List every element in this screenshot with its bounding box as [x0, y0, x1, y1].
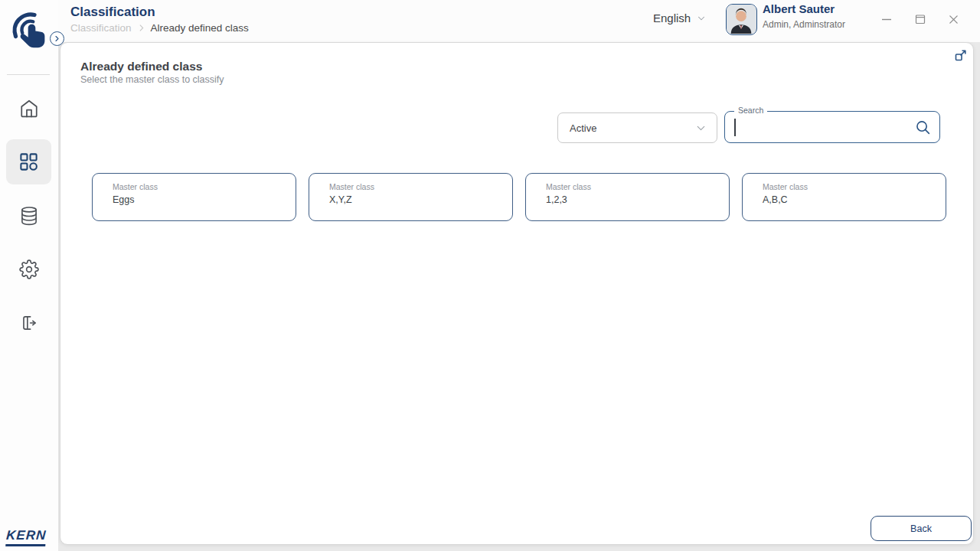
sidebar-item-settings[interactable] — [6, 246, 51, 292]
apps-grid-icon — [18, 152, 39, 172]
sidebar-divider — [7, 74, 50, 75]
breadcrumb-current: Already defined class — [151, 22, 249, 34]
chevron-down-icon — [694, 122, 717, 135]
master-class-label: Master class — [329, 182, 512, 191]
master-class-card-abc[interactable]: Master class A,B,C — [742, 173, 946, 221]
master-class-label: Master class — [763, 182, 946, 191]
master-class-list: Master class Eggs Master class X,Y,Z Mas… — [92, 173, 946, 221]
search-field: Search — [724, 111, 940, 143]
chevron-right-icon — [136, 23, 146, 33]
database-icon — [19, 206, 39, 226]
window-close-button[interactable] — [942, 9, 964, 29]
master-class-card-eggs[interactable]: Master class Eggs — [92, 173, 296, 221]
master-class-value: 1,2,3 — [546, 194, 729, 205]
master-class-value: A,B,C — [763, 194, 946, 205]
master-class-label: Master class — [546, 182, 729, 191]
sidebar: KERN — [0, 0, 58, 551]
kern-brand-logo: KERN — [5, 528, 47, 546]
expand-icon — [954, 48, 968, 62]
settings-gear-icon — [19, 259, 39, 279]
content-card: Already defined class Select the master … — [60, 42, 974, 545]
status-filter-value: Active — [558, 122, 694, 134]
back-button[interactable]: Back — [871, 516, 972, 541]
search-input[interactable] — [725, 112, 914, 142]
master-class-value: X,Y,Z — [329, 194, 512, 205]
search-icon[interactable] — [914, 119, 939, 136]
language-selector[interactable]: English — [653, 11, 707, 24]
search-field-label: Search — [734, 106, 767, 115]
language-value: English — [653, 11, 691, 24]
window-maximize-button[interactable] — [910, 9, 931, 29]
window-minimize-button[interactable] — [876, 9, 897, 29]
page-title: Classification — [70, 5, 155, 20]
sidebar-item-home[interactable] — [6, 86, 51, 131]
sidebar-item-database[interactable] — [6, 193, 51, 238]
app-window: KERN Classification Classification Alrea… — [0, 0, 980, 551]
text-caret — [734, 119, 736, 136]
section-subheading: Select the master class to classify — [80, 74, 224, 85]
header: Classification Classification Already de… — [58, 0, 980, 42]
user-name: Albert Sauter — [763, 2, 835, 15]
expand-fullscreen-button[interactable] — [952, 47, 969, 64]
master-class-card-123[interactable]: Master class 1,2,3 — [525, 173, 730, 221]
sidebar-expand-button[interactable] — [50, 31, 64, 46]
master-class-card-xyz[interactable]: Master class X,Y,Z — [309, 173, 513, 221]
app-logo-touch-hand-icon — [8, 9, 51, 58]
sidebar-item-logout[interactable] — [6, 300, 51, 345]
breadcrumb-parent[interactable]: Classification — [70, 22, 132, 34]
master-class-value: Eggs — [113, 194, 296, 205]
breadcrumb: Classification Already defined class — [70, 22, 249, 34]
section-heading: Already defined class — [80, 60, 202, 73]
logout-icon — [19, 313, 39, 333]
sidebar-item-classification[interactable] — [6, 139, 51, 184]
master-class-label: Master class — [113, 182, 296, 191]
status-filter-dropdown[interactable]: Active — [557, 112, 717, 143]
avatar[interactable] — [726, 4, 757, 35]
home-icon — [19, 99, 39, 119]
user-role: Admin, Adminstrator — [763, 19, 845, 30]
chevron-down-icon — [696, 13, 707, 24]
